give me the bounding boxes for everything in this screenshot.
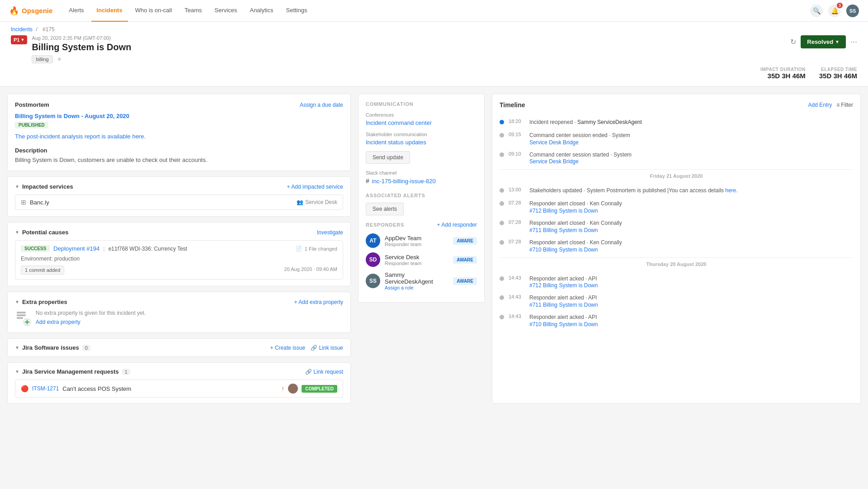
- jira-sm-item-avatar: [288, 384, 298, 394]
- see-alerts-button[interactable]: See alerts: [366, 203, 404, 215]
- files-icon: 📄: [296, 246, 302, 252]
- resolved-button[interactable]: Resolved ▼: [801, 35, 846, 48]
- assign-due-date-link[interactable]: Assign a due date: [300, 102, 343, 108]
- timeline-dot-4: [500, 188, 504, 193]
- responder-role-2[interactable]: Assign a role: [385, 285, 448, 290]
- svg-rect-2: [17, 317, 23, 319]
- published-badge: PUBLISHED: [15, 122, 48, 128]
- add-responder-button[interactable]: + Add responder: [437, 222, 477, 228]
- extra-properties-icon: [15, 310, 31, 326]
- jira-software-left: ▼ Jira Software issues 0: [15, 344, 91, 351]
- jira-software-actions: + Create issue 🔗 Link issue: [270, 345, 343, 351]
- date-separator-thursday: Thursday 20 August 2020: [500, 257, 853, 271]
- pipe-separator: |: [103, 245, 104, 252]
- responder-row-1: SD Service Desk Responder team AWARE: [366, 252, 477, 267]
- timeline-link-7[interactable]: #710 Billing System is Down: [529, 247, 853, 253]
- timeline-extra-link-4[interactable]: here.: [725, 187, 737, 194]
- responder-status-1: AWARE: [453, 256, 477, 264]
- nav-services[interactable]: Services: [209, 0, 243, 22]
- add-extra-property-button[interactable]: + Add extra property: [294, 299, 343, 305]
- incident-title: Billing System is Down: [32, 42, 786, 52]
- responder-role-1: Responder team: [385, 261, 448, 266]
- nav-alerts[interactable]: Alerts: [63, 0, 89, 22]
- jira-software-collapse-icon: ▼: [15, 345, 19, 350]
- timeline-link-5[interactable]: #712 Billing System is Down: [529, 208, 853, 214]
- user-avatar[interactable]: SS: [846, 5, 859, 17]
- commit-hash: e11f768 WDI-336: Currency Test: [108, 246, 188, 252]
- responder-info-1: Service Desk Responder team: [385, 254, 448, 266]
- create-issue-button[interactable]: + Create issue: [270, 345, 306, 351]
- priority-badge[interactable]: P1 ▼: [11, 35, 27, 44]
- timeline-link-2[interactable]: Service Desk Bridge: [529, 158, 853, 165]
- filter-button[interactable]: ≡ Filter: [836, 102, 853, 108]
- incident-status-updates-link[interactable]: Incident status updates: [366, 139, 477, 146]
- impacted-services-left: ▼ Impacted services: [15, 183, 73, 190]
- add-tag-button[interactable]: +: [56, 55, 63, 63]
- main-layout: Postmortem Assign a due date Billing Sys…: [0, 86, 868, 411]
- timeline-link-10[interactable]: #711 Billing System is Down: [529, 302, 853, 308]
- extra-properties-left: ▼ Extra properties: [15, 299, 67, 305]
- nav-who-is-oncall[interactable]: Who is on-call: [130, 0, 178, 22]
- analysis-link[interactable]: The post-incident analysis report is ava…: [15, 133, 343, 140]
- link-issue-button[interactable]: 🔗 Link issue: [311, 345, 343, 351]
- postmortem-title: Postmortem: [15, 101, 49, 108]
- timeline-text-1: Command center session ended · System: [529, 132, 630, 138]
- add-extra-property-link[interactable]: Add extra property: [36, 319, 80, 325]
- left-panel: Postmortem Assign a due date Billing Sys…: [7, 94, 351, 404]
- description-title: Description: [15, 147, 343, 154]
- timeline-link-11[interactable]: #710 Billing System is Down: [529, 321, 853, 328]
- timeline-text-2: Command center session started · System: [529, 152, 632, 158]
- nav-analytics[interactable]: Analytics: [244, 0, 278, 22]
- notification-badge: 3: [837, 3, 843, 8]
- deployment-link[interactable]: Deployment #194: [53, 245, 99, 252]
- timeline-link-9[interactable]: #712 Billing System is Down: [529, 282, 853, 289]
- search-icon-button[interactable]: 🔍: [810, 5, 823, 17]
- service-icon: ⊞: [21, 199, 26, 206]
- jira-service-management-left: ▼ Jira Service Management requests 1: [15, 368, 131, 375]
- extra-properties-header[interactable]: ▼ Extra properties + Add extra property: [15, 299, 343, 305]
- timeline-time-6: 07:28: [509, 219, 525, 225]
- causes-collapse-arrow-icon: ▼: [15, 230, 19, 235]
- impact-duration-value: 35D 3H 46M: [760, 72, 806, 80]
- refresh-icon[interactable]: ↻: [790, 38, 796, 46]
- impacted-services-header[interactable]: ▼ Impacted services + Add impacted servi…: [15, 183, 343, 190]
- jira-sm-item-id[interactable]: ITSM-1271: [32, 385, 59, 392]
- logo-icon: 🔥: [9, 6, 19, 16]
- potential-causes-section: ▼ Potential causes Investigate SUCCESS D…: [7, 222, 351, 286]
- files-changed: 📄 1 File changed: [296, 246, 337, 252]
- incident-command-center-link[interactable]: Incident command center: [366, 119, 477, 126]
- tag-billing[interactable]: billing: [32, 55, 52, 63]
- svg-rect-1: [17, 314, 26, 316]
- timeline-entry-9: 14:43 Responder alert acked · API #712 B…: [500, 272, 853, 292]
- breadcrumb-incidents[interactable]: Incidents: [11, 26, 33, 33]
- potential-causes-header[interactable]: ▼ Potential causes Investigate: [15, 229, 343, 236]
- timeline-content-5: Responder alert closed · Ken Connally #7…: [529, 200, 853, 214]
- jira-software-header: ▼ Jira Software issues 0 + Create issue …: [15, 344, 343, 351]
- responder-status-0: AWARE: [453, 237, 477, 245]
- timeline-link-1[interactable]: Service Desk Bridge: [529, 139, 853, 146]
- nav-teams[interactable]: Teams: [179, 0, 207, 22]
- potential-causes-title: Potential causes: [22, 229, 69, 236]
- responder-status-2: AWARE: [453, 277, 477, 285]
- jira-sm-actions: 🔗 Link request: [305, 369, 343, 375]
- nav-settings[interactable]: Settings: [281, 0, 313, 22]
- timeline-actions: Add Entry ≡ Filter: [808, 102, 853, 108]
- responders-title: RESPONDERS: [366, 222, 404, 228]
- send-update-button[interactable]: Send update: [366, 151, 410, 164]
- more-actions-button[interactable]: ···: [850, 37, 857, 47]
- team-name: Service Desk: [305, 199, 337, 205]
- nav-incidents[interactable]: Incidents: [91, 0, 128, 22]
- responder-name-2: Sammy ServiceDeskAgent: [385, 271, 448, 285]
- resolved-label: Resolved: [807, 38, 833, 45]
- add-entry-button[interactable]: Add Entry: [808, 102, 832, 108]
- logo[interactable]: 🔥 Opsgenie: [9, 6, 52, 16]
- timeline-dot-6: [500, 221, 504, 225]
- slack-channel-link[interactable]: inc-175-billing-issue-820: [372, 178, 436, 185]
- investigate-link[interactable]: Investigate: [317, 229, 343, 236]
- link-request-button[interactable]: 🔗 Link request: [305, 369, 343, 375]
- notifications-button[interactable]: 🔔 3: [828, 5, 841, 17]
- timeline-link-6[interactable]: #711 Billing System is Down: [529, 227, 853, 233]
- add-impacted-service-button[interactable]: + Add impacted service: [287, 184, 343, 190]
- postmortem-title-link[interactable]: Billing System is Down - August 20, 2020: [15, 113, 343, 119]
- responder-initials-0: AT: [369, 237, 376, 244]
